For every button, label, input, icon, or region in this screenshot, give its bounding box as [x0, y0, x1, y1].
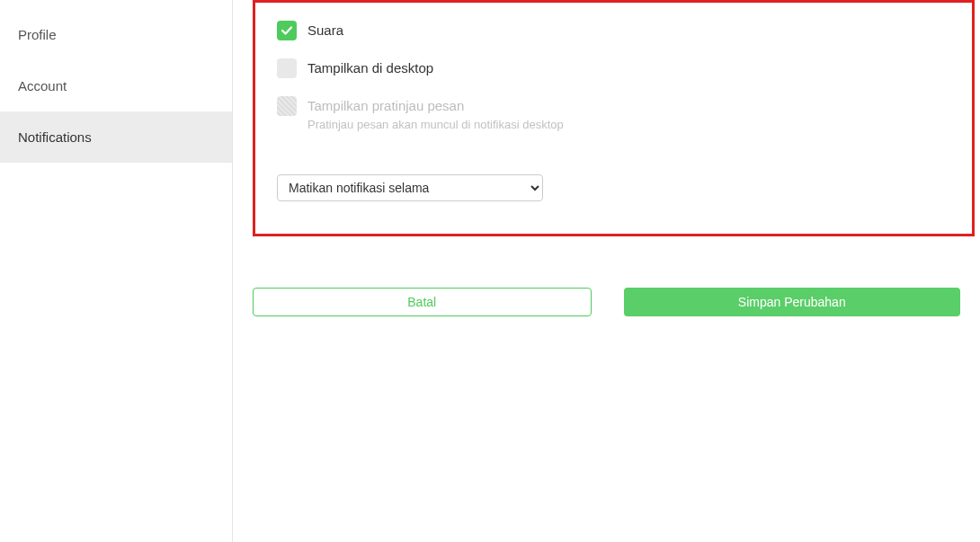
checkbox-sublabel-preview: Pratinjau pesan akan muncul di notifikas… [307, 118, 564, 131]
checkbox-label-sound: Suara [307, 21, 343, 40]
sidebar-item-label: Profile [18, 27, 57, 42]
mute-select[interactable]: Matikan notifikasi selama [277, 174, 543, 201]
setting-row-desktop: Tampilkan di desktop [277, 58, 950, 78]
setting-row-sound: Suara [277, 21, 950, 40]
sidebar-item-account[interactable]: Account [0, 60, 232, 111]
sidebar-item-label: Notifications [18, 129, 92, 145]
sidebar-item-label: Account [18, 78, 67, 93]
action-buttons: Batal Simpan Perubahan [253, 288, 960, 316]
sidebar-item-notifications[interactable]: Notifications [0, 111, 232, 163]
notifications-settings-box: Suara Tampilkan di desktop Tampilkan pra… [253, 0, 975, 236]
check-icon [281, 24, 293, 37]
sidebar: Profile Account Notifications [0, 0, 233, 542]
sidebar-item-profile[interactable]: Profile [0, 9, 232, 60]
checkbox-desktop[interactable] [277, 58, 297, 78]
mute-select-wrap: Matikan notifikasi selama [277, 174, 950, 201]
checkbox-label-desktop: Tampilkan di desktop [307, 58, 433, 78]
button-label: Simpan Perubahan [738, 295, 846, 309]
setting-row-preview: Tampilkan pratinjau pesan Pratinjau pesa… [277, 96, 950, 131]
checkbox-sound[interactable] [277, 21, 297, 40]
checkbox-preview [277, 96, 297, 116]
button-label: Batal [407, 295, 436, 309]
checkbox-label-group: Tampilkan pratinjau pesan Pratinjau pesa… [307, 96, 564, 131]
cancel-button[interactable]: Batal [253, 288, 592, 316]
main-panel: Suara Tampilkan di desktop Tampilkan pra… [233, 0, 980, 542]
save-button[interactable]: Simpan Perubahan [624, 288, 961, 316]
checkbox-label-preview: Tampilkan pratinjau pesan [307, 96, 564, 116]
